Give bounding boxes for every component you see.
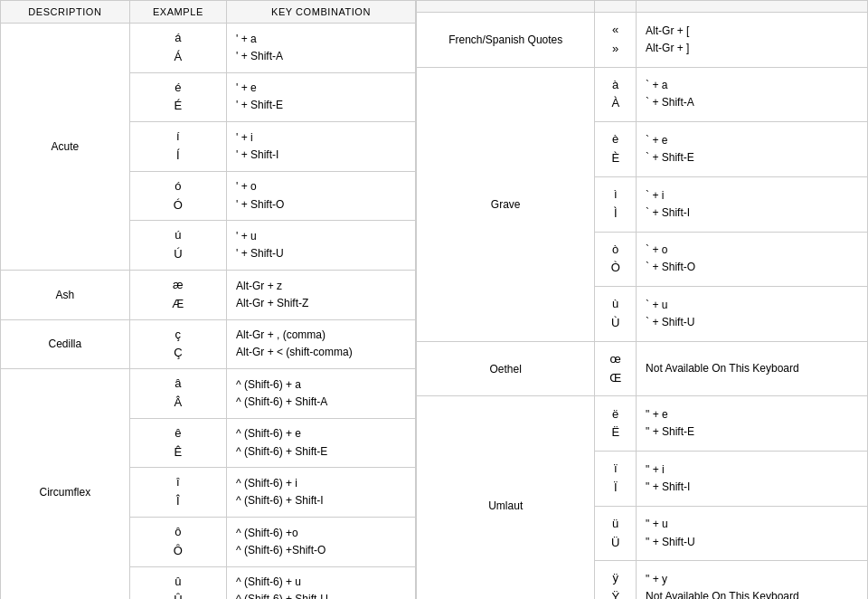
right-example-cell: ÿ Ÿ: [595, 561, 637, 599]
right-key-combination-cell: " + y Not Available On This Keyboard: [637, 561, 868, 599]
section-acute: Acute: [1, 24, 130, 271]
right-key-combination-cell: ` + o ` + Shift-O: [637, 232, 868, 287]
key-combination-cell: ^ (Shift-6) + e ^ (Shift-6) + Shift-E: [227, 418, 416, 468]
right-header-description: [417, 1, 595, 13]
example-cell: ô Ô: [129, 517, 226, 566]
french-quotes-example: « »: [595, 13, 637, 68]
key-combination-cell: Alt-Gr + z Alt-Gr + Shift-Z: [227, 270, 416, 319]
section-ash: Ash: [1, 270, 130, 319]
right-example-cell: ü Ü: [595, 506, 637, 561]
right-key-combination-cell: ` + e ` + Shift-E: [637, 122, 868, 177]
key-combination-cell: ' + e ' + Shift-E: [227, 72, 416, 122]
example-cell: á Á: [129, 24, 226, 73]
example-cell: é É: [129, 72, 226, 122]
header-description: DESCRIPTION: [1, 1, 130, 24]
example-cell: î Î: [129, 468, 226, 518]
key-combination-cell: Alt-Gr + , (comma) Alt-Gr + < (shift-com…: [227, 319, 416, 369]
example-cell: æ Æ: [129, 270, 226, 319]
right-section-oethel: Oethel: [417, 341, 595, 396]
example-cell: í Í: [129, 122, 226, 172]
example-cell: ú Ú: [129, 221, 226, 271]
header-key-combination: KEY COMBINATION: [227, 1, 416, 24]
right-key-combination-cell: " + u " + Shift-U: [637, 506, 868, 561]
example-cell: û Û: [129, 566, 226, 599]
key-combination-cell: ^ (Shift-6) + i ^ (Shift-6) + Shift-I: [227, 468, 416, 518]
right-section-umlaut: Umlaut: [417, 396, 595, 599]
section-circumflex: Circumflex: [1, 369, 130, 599]
right-header-example: [595, 1, 637, 13]
right-section-grave: Grave: [417, 67, 595, 341]
key-combination-cell: ' + o ' + Shift-O: [227, 171, 416, 221]
right-header-key-combination: [637, 1, 868, 13]
right-example-cell: œ Œ: [595, 341, 637, 396]
right-example-cell: ò Ò: [595, 232, 637, 287]
key-combination-cell: ^ (Shift-6) + u ^ (Shift-6) + Shift-U: [227, 566, 416, 599]
section-cedilla: Cedilla: [1, 319, 130, 369]
right-example-cell: à À: [595, 67, 637, 122]
key-combination-cell: ' + a ' + Shift-A: [227, 24, 416, 73]
french-quotes-key: Alt-Gr + [ Alt-Gr + ]: [637, 13, 868, 68]
example-cell: ç Ç: [129, 319, 226, 369]
example-cell: â Â: [129, 369, 226, 419]
right-key-combination-cell: ` + i ` + Shift-I: [637, 176, 868, 232]
key-combination-cell: ' + u ' + Shift-U: [227, 221, 416, 271]
header-example: EXAMPLE: [129, 1, 226, 24]
right-key-combination-cell: ` + u ` + Shift-U: [637, 287, 868, 342]
right-key-combination-cell: " + i " + Shift-I: [637, 452, 868, 507]
right-example-cell: ï Ï: [595, 452, 637, 507]
right-example-cell: è È: [595, 122, 637, 177]
right-key-combination-cell: " + e " + Shift-E: [637, 396, 868, 452]
example-cell: ê Ê: [129, 418, 226, 468]
key-combination-cell: ^ (Shift-6) + a ^ (Shift-6) + Shift-A: [227, 369, 416, 419]
right-example-cell: ì Ì: [595, 176, 637, 232]
example-cell: ó Ó: [129, 171, 226, 221]
right-example-cell: ù Ù: [595, 287, 637, 342]
right-example-cell: ë Ë: [595, 396, 637, 452]
french-spanish-quotes-label: French/Spanish Quotes: [417, 13, 595, 68]
right-key-combination-cell: Not Available On This Keyboard: [637, 341, 868, 396]
key-combination-cell: ^ (Shift-6) +o ^ (Shift-6) +Shift-O: [227, 517, 416, 566]
key-combination-cell: ' + i ' + Shift-I: [227, 122, 416, 172]
right-key-combination-cell: ` + a ` + Shift-A: [637, 67, 868, 122]
